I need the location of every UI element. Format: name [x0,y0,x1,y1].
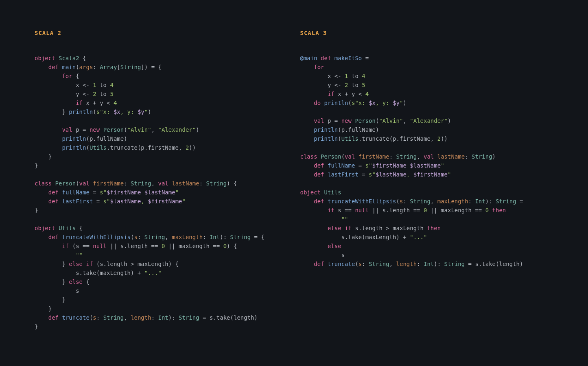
scala2-heading: SCALA 2 [35,28,288,37]
scala2-code: object Scala2 { def main(args: Array[Str… [35,54,288,331]
scala3-code: @main def makeItSo = for x <- 1 to 4 y <… [300,54,554,268]
scala3-heading: SCALA 3 [300,28,554,37]
scala2-column: SCALA 2 object Scala2 { def main(args: A… [35,28,288,331]
scala3-column: SCALA 3 @main def makeItSo = for x <- 1 … [300,28,554,331]
